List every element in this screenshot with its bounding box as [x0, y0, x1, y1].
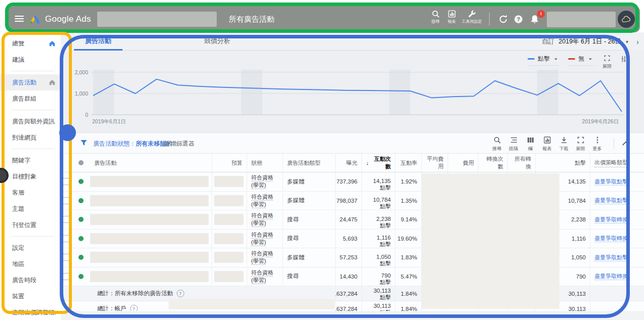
refresh-icon[interactable] [498, 14, 508, 24]
status-cell[interactable]: 符合資格 (學習) [247, 192, 283, 210]
sidebar-item[interactable]: 地區 [0, 256, 61, 272]
status-cell[interactable]: 符合資格 (學習) [247, 230, 283, 248]
column-header-bid_strategy[interactable]: 出價策略類型 [590, 154, 644, 172]
chevron-down-icon[interactable]: ▾ [626, 39, 628, 44]
toolbar-label: 欄 [528, 146, 533, 152]
column-header-interactions[interactable]: ↓互動次數 [361, 154, 395, 172]
sidebar-item[interactable]: 進階出價調整幅度 [0, 304, 61, 320]
sidebar-item[interactable]: 廣告活動 [0, 74, 61, 90]
column-header-all_conversions[interactable]: 所有轉換 [507, 154, 535, 172]
download-icon [560, 136, 568, 144]
bid-strategy-link[interactable]: 盡量爭取轉換 [594, 216, 628, 223]
column-header-avg_cost[interactable]: 平均費用 [421, 154, 448, 172]
chart-expand-button[interactable]: 展開 [602, 55, 612, 70]
row-checkbox[interactable] [63, 197, 70, 204]
toolbar-more-button[interactable]: 更多 [589, 136, 606, 152]
campaign-name-cell[interactable] [90, 248, 212, 267]
topbar-divider [489, 13, 490, 26]
sidebar-item[interactable]: 目標對象 [0, 168, 61, 185]
bid-strategy-link[interactable]: 盡量爭取轉換 [594, 272, 628, 280]
sidebar-item[interactable]: 廣告與額外資訊 [0, 113, 61, 129]
date-range-picker[interactable]: 自訂 2019年 6月 1日 - 26日 ▾ › [542, 32, 639, 51]
row-checkbox[interactable] [63, 273, 70, 280]
chart-settings-icon[interactable] [621, 55, 629, 63]
sidebar-item[interactable]: 裝置 [0, 288, 61, 304]
sidebar-item[interactable]: 關鍵字 [0, 152, 61, 168]
status-cell[interactable]: 符合資格 (學習) [247, 210, 283, 229]
column-header-conversions[interactable]: 轉換次數 [478, 154, 507, 172]
legend-metric-selector[interactable]: 無 [568, 55, 593, 66]
tab-auction-insights[interactable]: 競價分析 [189, 32, 245, 51]
legend-metric-selector[interactable]: 點擊 [528, 55, 559, 66]
interactions-value: 2,238 [376, 216, 391, 222]
sidebar-item-label: 廣告時段 [12, 276, 36, 285]
bid-strategy-link[interactable]: 盡量爭取點擊 [594, 178, 628, 186]
add-filter-button[interactable]: 新增篩選器 [164, 140, 194, 148]
interactions-unit: 點擊 [380, 241, 391, 248]
bid-strategy-link[interactable]: 盡量爭取轉換 [594, 235, 628, 242]
campaign-name-cell[interactable] [90, 192, 212, 210]
sidebar-divider [11, 110, 55, 110]
bid-strategy-link[interactable]: 盡量爭取點擊 [594, 197, 628, 204]
campaign-name-cell[interactable] [90, 267, 212, 286]
help-icon[interactable]: ? [513, 14, 524, 24]
status-cell[interactable]: 符合資格 (學習) [247, 172, 283, 191]
campaign-name-cell[interactable] [90, 210, 212, 229]
row-checkbox[interactable] [63, 216, 70, 223]
chevron-right-icon[interactable]: › [636, 37, 639, 46]
row-checkbox[interactable] [63, 235, 70, 242]
row-checkbox-cell [61, 210, 72, 229]
interaction-rate-cell: 1.92% [395, 172, 421, 191]
column-header-clicks[interactable]: 點擊 [535, 154, 590, 172]
help-circle-icon[interactable]: ? [177, 290, 184, 297]
expand-icon [577, 136, 585, 144]
sidebar-item[interactable]: 廣告群組 [0, 90, 61, 107]
sidebar-item[interactable]: 刊登位置 [0, 217, 61, 233]
interactions-unit: 點擊 [380, 279, 391, 286]
status-cell[interactable]: 符合資格 (學習) [247, 248, 283, 267]
collapse-chevron-icon[interactable] [621, 139, 631, 149]
sidebar-item[interactable]: 總覽 [0, 35, 61, 52]
column-header-type[interactable]: 廣告活動類型 [283, 154, 335, 172]
status-cell[interactable]: 符合資格 (學習) [247, 267, 283, 286]
column-header-status[interactable]: 狀態 [247, 154, 283, 172]
menu-icon[interactable] [15, 16, 24, 23]
column-header-cost[interactable]: 費用 [448, 154, 478, 172]
toolbar-expand-button[interactable]: 展開 [572, 136, 589, 152]
table-toolbar: 搜尋區隔欄報表下載展開更多 [489, 136, 606, 152]
row-checkbox-cell [61, 172, 72, 191]
toolbar-label: 下載 [559, 146, 569, 152]
topbar-search-button[interactable]: 搜尋 [427, 10, 444, 24]
toolbar-download-button[interactable]: 下載 [555, 136, 572, 152]
campaign-name-cell[interactable] [90, 230, 212, 248]
sidebar-item[interactable]: 到達網頁 [0, 129, 61, 146]
account-avatar[interactable] [618, 11, 635, 28]
filter-funnel-icon[interactable] [80, 139, 88, 147]
sidebar-item[interactable]: 客層 [0, 185, 61, 201]
date-range-label: 2019年 6月 1日 - 26日 [558, 37, 621, 46]
column-header-budget[interactable]: 預算 [212, 154, 247, 172]
sidebar-item[interactable]: 廣告時段 [0, 272, 61, 288]
topbar-tools-button[interactable]: 工具與設定 [460, 10, 484, 24]
sidebar-item[interactable]: 設定 [0, 240, 61, 256]
toolbar-label: 更多 [593, 146, 602, 152]
campaign-name-cell[interactable] [90, 172, 212, 191]
campaign-status-filter[interactable]: 廣告活動狀態：所有未移除的 [93, 140, 172, 148]
toolbar-report-button[interactable]: 報表 [539, 136, 555, 152]
sidebar-item[interactable]: 主題 [0, 201, 61, 217]
toolbar-segment-button[interactable]: 區隔 [505, 136, 522, 152]
row-checkbox[interactable] [63, 178, 70, 185]
toolbar-columns-button[interactable]: 欄 [522, 136, 539, 152]
row-checkbox[interactable] [63, 254, 70, 261]
line-chart[interactable] [91, 70, 624, 116]
tab-campaigns[interactable]: 廣告活動 [74, 32, 123, 51]
column-header-name[interactable]: 廣告活動 [90, 154, 212, 172]
redacted-budget [214, 195, 244, 206]
column-header-rate[interactable]: 互動率 [395, 154, 421, 172]
toolbar-search-button[interactable]: 搜尋 [489, 136, 505, 152]
column-header-impressions[interactable]: 曝光 [335, 154, 361, 172]
sidebar-item[interactable]: 建議 [0, 52, 61, 68]
topbar-report-button[interactable]: 報表 [444, 10, 460, 24]
impressions-cell: 798,037 [335, 192, 361, 210]
bid-strategy-link[interactable]: 盡量爭取點擊 [594, 254, 628, 261]
